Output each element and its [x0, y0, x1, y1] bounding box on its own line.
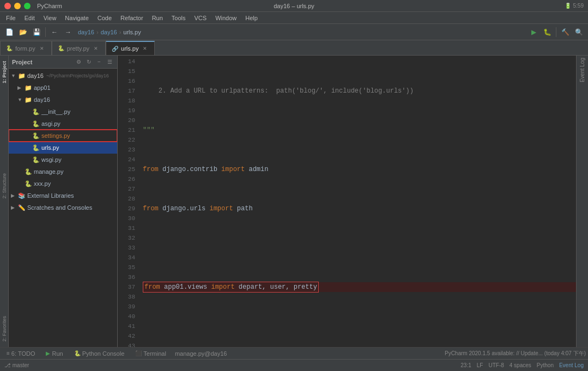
menu-view[interactable]: View: [40, 14, 60, 22]
tree-scratches[interactable]: ▶ ✏️ Scratches and Consoles: [9, 202, 117, 214]
tree-asgi[interactable]: ▶ 🐍 asgi.py: [9, 118, 117, 130]
python-console-tab[interactable]: 🐍 Python Console: [70, 349, 129, 358]
time-display: 5:59: [573, 3, 584, 9]
minimize-button[interactable]: [14, 3, 21, 9]
tree-settings[interactable]: ▶ 🐍 settings.py: [9, 130, 117, 142]
ext-libs-icon: 📚: [18, 192, 26, 199]
tree-xxx[interactable]: ▶ 🐍 xxx.py: [9, 178, 117, 190]
window-title: day16 – urls.py: [274, 3, 314, 9]
line-ending: LF: [477, 362, 483, 368]
tab-urls-label: urls.py: [121, 45, 138, 52]
init-label: __init__.py: [41, 108, 70, 115]
open-btn[interactable]: 📂: [17, 26, 29, 38]
close-button[interactable]: [4, 3, 11, 9]
battery-indicator: 🔋: [565, 3, 571, 9]
init-py-icon: 🐍: [32, 108, 40, 115]
tab-form[interactable]: 🐍 form.py ✕: [0, 41, 52, 55]
settings-arrow: ▶: [25, 133, 31, 138]
code-line-14: 2. Add a URL to urlpatterns: path('blog/…: [143, 86, 576, 96]
indent-setting: 4 spaces: [510, 362, 531, 368]
tree-app01[interactable]: ▶ 📁 app01: [9, 82, 117, 94]
wsgi-py-icon: 🐍: [32, 156, 40, 163]
menu-edit[interactable]: Edit: [21, 14, 39, 22]
panel-settings-icon[interactable]: ☰: [105, 58, 114, 66]
file-tree: ▼ 📁 day16 ~/PycharmProjects/gx/day16 ▶ 📁…: [9, 69, 117, 347]
urls-py-icon: 🔗: [112, 46, 118, 52]
project-panel-label[interactable]: 1: Project: [1, 58, 8, 87]
favorites-panel-label[interactable]: 2: Favorites: [1, 313, 8, 345]
asgi-label: asgi.py: [41, 120, 60, 127]
tree-root-day16[interactable]: ▼ 📁 day16 ~/PycharmProjects/gx/day16: [9, 70, 117, 82]
code-line-15: """: [143, 125, 576, 135]
event-log-status[interactable]: Event Log: [559, 362, 584, 368]
separator-2: [556, 27, 556, 37]
menu-help[interactable]: Help: [241, 14, 262, 22]
tree-manage[interactable]: ▶ 🐍 manage.py: [9, 166, 117, 178]
sync-icon[interactable]: ↻: [84, 58, 93, 66]
new-file-btn[interactable]: 📄: [3, 26, 15, 38]
tab-form-close[interactable]: ✕: [38, 45, 46, 52]
init-arrow: ▶: [25, 109, 31, 114]
manage-arrow: ▶: [17, 169, 23, 174]
update-notice[interactable]: PyCharm 2020.1.5 available: // Update...…: [445, 350, 586, 357]
left-panel-strip: 1: Project 2: Structure 2: Favorites: [0, 56, 9, 347]
menu-navigate[interactable]: Navigate: [61, 14, 92, 22]
search-btn[interactable]: 🔍: [573, 26, 585, 38]
debug-btn[interactable]: 🐛: [541, 26, 553, 38]
back-btn[interactable]: ←: [49, 26, 60, 38]
tab-pretty[interactable]: 🐍 pretty.py ✕: [52, 41, 106, 55]
tree-urls[interactable]: ▶ 🐍 urls.py: [9, 142, 117, 154]
tab-urls[interactable]: 🔗 urls.py ✕: [106, 41, 155, 55]
run-icon: ▶: [46, 350, 50, 356]
code-line-16: from django.contrib import admin: [143, 165, 576, 174]
menu-file[interactable]: File: [2, 14, 20, 22]
code-content[interactable]: 2. Add a URL to urlpatterns: path('blog/…: [138, 56, 576, 347]
event-log-label[interactable]: Event Log: [579, 58, 585, 82]
menu-refactor[interactable]: Refactor: [117, 14, 147, 22]
breadcrumb-urls[interactable]: urls.py: [123, 29, 141, 35]
maximize-button[interactable]: [24, 3, 31, 9]
asgi-arrow: ▶: [25, 121, 31, 126]
pretty-py-icon: 🐍: [58, 45, 64, 51]
todo-icon: ≡: [7, 350, 10, 356]
tab-urls-close[interactable]: ✕: [141, 45, 149, 52]
menu-run[interactable]: Run: [148, 14, 167, 22]
menu-vcs[interactable]: VCS: [191, 14, 211, 22]
statusbar: ⎇ master 23:1 LF UTF-8 4 spaces Python E…: [0, 359, 588, 371]
statusbar-right: 23:1 LF UTF-8 4 spaces Python Event Log: [460, 362, 584, 368]
git-branch: ⎇ master: [4, 362, 29, 368]
manage-py-context: manage.py@day16: [175, 350, 227, 357]
tree-ext-libs[interactable]: ▶ 📚 External Libraries: [9, 190, 117, 202]
code-editor[interactable]: 1415161718 1920212223 2425262728 2930313…: [118, 56, 576, 347]
build-btn[interactable]: 🔨: [559, 26, 571, 38]
run-btn[interactable]: ▶: [528, 26, 539, 38]
breadcrumb: day16 › day16 › urls.py: [78, 29, 141, 35]
terminal-tab[interactable]: ⬛ Terminal: [131, 349, 171, 358]
menu-code[interactable]: Code: [94, 14, 116, 22]
tree-wsgi[interactable]: ▶ 🐍 wsgi.py: [9, 154, 117, 166]
forward-btn[interactable]: →: [62, 26, 74, 38]
menu-window[interactable]: Window: [211, 14, 240, 22]
project-panel-title: Project: [12, 59, 32, 65]
cursor-position: 23:1: [460, 362, 471, 368]
todo-tab[interactable]: ≡ 6: TODO: [2, 349, 39, 358]
code-line-20: [143, 321, 576, 331]
menubar: File Edit View Navigate Code Refactor Ru…: [0, 12, 588, 24]
wsgi-arrow: ▶: [25, 157, 31, 162]
day16-folder-label: day16: [34, 96, 50, 103]
run-tab[interactable]: ▶ Run: [41, 349, 67, 358]
gear-icon[interactable]: ⚙: [74, 58, 83, 66]
tree-day16-folder[interactable]: ▼ 📁 day16: [9, 94, 117, 106]
save-btn[interactable]: 💾: [31, 26, 43, 38]
todo-label: 6: TODO: [11, 350, 35, 357]
manage-py-icon: 🐍: [25, 168, 32, 175]
tab-pretty-close[interactable]: ✕: [92, 45, 100, 52]
menu-tools[interactable]: Tools: [168, 14, 190, 22]
breadcrumb-day16-2[interactable]: day16: [101, 29, 117, 35]
collapse-icon[interactable]: −: [95, 58, 104, 66]
root-path: ~/PycharmProjects/gx/day16: [46, 73, 109, 78]
tree-init[interactable]: ▶ 🐍 __init__.py: [9, 106, 117, 118]
tab-form-label: form.py: [15, 45, 35, 52]
breadcrumb-day16[interactable]: day16: [78, 29, 94, 35]
structure-panel-label[interactable]: 2: Structure: [1, 170, 8, 202]
